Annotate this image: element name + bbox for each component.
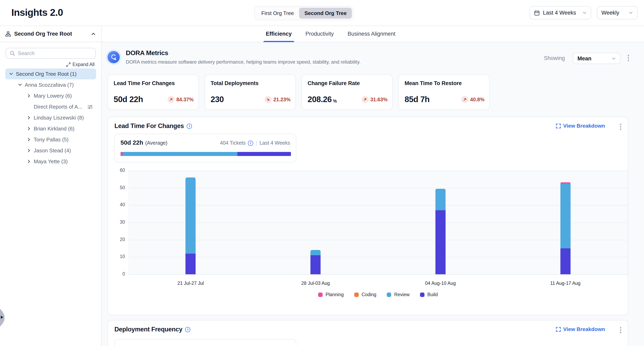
metric-card-title: Lead Time For Changes (114, 80, 193, 86)
granularity-select[interactable]: Weekly (597, 6, 638, 19)
metric-card-change-failure-rate: Change Failure Rate208.26%31.63% (302, 75, 393, 110)
lead-time-chart-plot (128, 171, 628, 274)
chevron-down-icon[interactable] (8, 72, 14, 76)
y-axis-tick: 60 (111, 168, 125, 173)
phase-segment-review (122, 152, 238, 156)
legend-swatch (354, 292, 359, 297)
org-chart-icon (5, 31, 11, 37)
tab-efficiency[interactable]: Efficiency (263, 26, 294, 42)
collapse-sidebar-icon[interactable] (91, 31, 96, 36)
chevron-down-icon (628, 10, 633, 15)
lead-time-card: Lead Time For Changes View Breakdown 50d… (108, 117, 628, 315)
info-icon[interactable] (248, 140, 253, 146)
info-icon[interactable] (187, 123, 192, 129)
org-tree: Second Org Tree Root (1)Anna Scozzafava … (5, 68, 96, 167)
chevron-right-icon[interactable] (26, 94, 31, 98)
bar-segment-build (310, 255, 320, 274)
metric-value-suffix: % (333, 98, 337, 103)
org-toggle-option[interactable]: First Org Tree (256, 8, 299, 19)
chevron-down-icon[interactable] (18, 83, 22, 87)
sidebar-header-label: Second Org Tree Root (14, 31, 88, 37)
tab-productivity[interactable]: Productivity (303, 26, 336, 42)
deployment-frequency-title: Deployment Frequency (114, 326, 182, 333)
chevron-right-icon[interactable] (26, 126, 31, 131)
tree-item[interactable]: Anna Scozzafava (7) (5, 79, 96, 90)
lead-time-menu-button[interactable] (618, 122, 623, 132)
tab-business-alignment[interactable]: Business Alignment (345, 26, 398, 42)
metric-card-value-row: 23021.23% (210, 95, 290, 104)
y-axis-tick: 0 (111, 271, 125, 276)
topbar-controls: Last 4 Weeks Weekly (530, 6, 638, 19)
org-toggle-option[interactable]: Second Org Tree (299, 8, 352, 19)
tree-item[interactable]: Lindsay Liszewski (8) (5, 112, 96, 123)
y-axis-tick: 40 (111, 202, 125, 207)
phase-segment-planning (120, 152, 122, 156)
metric-card-value-row: 208.26%31.63% (308, 95, 388, 104)
chevron-right-icon[interactable] (26, 116, 31, 120)
sidebar-header[interactable]: Second Org Tree Root (0, 26, 101, 42)
legend-item-planning[interactable]: Planning (318, 292, 344, 297)
chevron-right-icon[interactable] (26, 159, 31, 164)
x-axis-label: 11 Aug-17 Aug (541, 281, 590, 286)
summary-tickets: 404 Tickets (220, 140, 246, 146)
expand-all-button[interactable]: Expand All (66, 62, 94, 67)
info-icon[interactable] (185, 327, 190, 332)
legend-item-build[interactable]: Build (420, 292, 438, 297)
tree-item[interactable]: Tony Pallas (5) (5, 134, 96, 145)
view-breakdown-label: View Breakdown (563, 123, 605, 129)
deployment-menu-button[interactable] (618, 325, 623, 335)
bar-segment-build (186, 254, 196, 274)
gridline (128, 171, 628, 171)
top-bar: Insights 2.0 First Org TreeSecond Org Tr… (0, 0, 644, 26)
tree-item-label: Mary Lowery (6) (34, 93, 72, 99)
trend-down-icon (264, 96, 271, 103)
bar-segment-review (186, 177, 196, 253)
showing-value: Mean (578, 55, 592, 61)
calendar-icon (534, 10, 540, 15)
tree-item[interactable]: Brian Kirkland (6) (5, 123, 96, 134)
tree-item-label: Lindsay Liszewski (8) (34, 115, 84, 121)
bar-segment-build (560, 248, 570, 274)
summary-period: Last 4 Weeks (260, 140, 290, 146)
dora-section-subtitle: DORA metrics measure software delivery p… (126, 59, 360, 65)
y-axis-tick: 30 (111, 220, 125, 224)
tree-item[interactable]: Maya Yette (3) (5, 156, 96, 167)
tree-item[interactable]: Direct Reports of A... (5, 101, 96, 112)
metric-trend: 40.8% (461, 96, 484, 103)
tree-item[interactable]: Jason Stead (4) (5, 145, 96, 156)
summary-qualifier: (Average) (145, 140, 168, 146)
trend-up-icon (361, 96, 368, 103)
summary-value: 50d 22h (120, 139, 143, 146)
dora-menu-button[interactable] (626, 53, 630, 63)
filter-sliders-icon[interactable] (87, 104, 93, 110)
phase-segment-build (238, 152, 291, 156)
date-range-select[interactable]: Last 4 Weeks (530, 6, 591, 19)
expand-corners-icon (556, 327, 561, 332)
deployment-frequency-card: Deployment Frequency View Breakdown (108, 320, 628, 346)
legend-item-coding[interactable]: Coding (354, 292, 376, 297)
chart-legend: PlanningCodingReviewBuild (128, 292, 628, 297)
deployment-view-breakdown[interactable]: View Breakdown (556, 326, 605, 332)
tree-item-label: Second Org Tree Root (1) (16, 71, 76, 77)
tree-item[interactable]: Mary Lowery (6) (5, 90, 96, 101)
metric-value: 85d 7h (404, 95, 430, 104)
showing-select[interactable]: Mean (573, 53, 620, 64)
chevron-right-icon[interactable] (26, 137, 31, 142)
y-axis-tick: 50 (111, 185, 125, 190)
metric-card-title: Mean Time To Restore (404, 80, 484, 86)
sidebar-search (6, 48, 96, 59)
expand-corners-icon (556, 123, 561, 128)
chevron-right-icon[interactable] (26, 148, 31, 153)
y-axis-tick: 10 (111, 254, 125, 259)
lead-time-view-breakdown[interactable]: View Breakdown (556, 123, 605, 129)
search-input[interactable] (18, 50, 92, 56)
metric-card-mean-time-to-restore: Mean Time To Restore85d 7h40.8% (398, 75, 490, 110)
metric-value: 230 (210, 95, 224, 104)
tree-item[interactable]: Second Org Tree Root (1) (5, 68, 96, 79)
legend-item-review[interactable]: Review (387, 292, 410, 297)
org-tree-sidebar: Second Org Tree Root Expand All Second O… (0, 26, 102, 346)
showing-label: Showing (544, 55, 565, 61)
expand-all-label: Expand All (72, 62, 94, 67)
gridline (128, 257, 628, 257)
metric-trend-value: 40.8% (470, 97, 484, 102)
